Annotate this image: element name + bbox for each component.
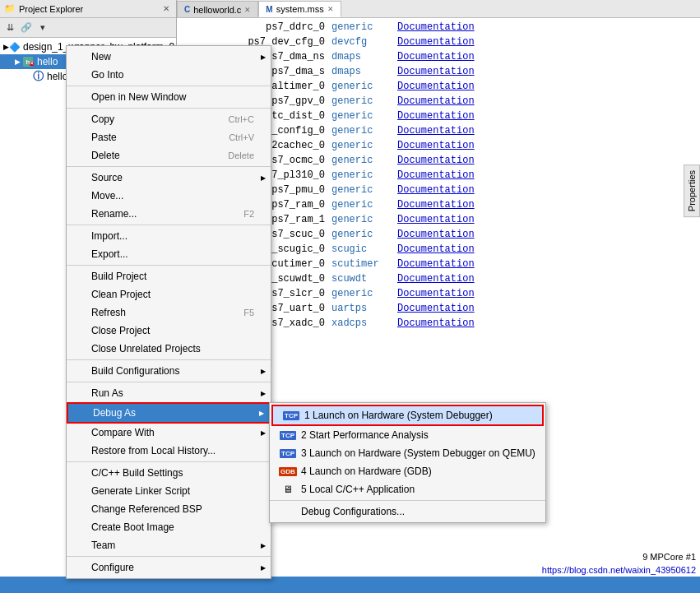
menu-item-close-project[interactable]: Close Project: [67, 322, 271, 340]
submenu-item-launch-hardware[interactable]: TCP1 Launch on Hardware (System Debugger…: [273, 406, 542, 424]
menu-item-icon-move: [73, 189, 88, 202]
main-container: 📁 Project Explorer ✕ ⇊ 🔗 ▾ ▶ 🔷 design_1_…: [0, 0, 700, 593]
menu-separator: [67, 382, 271, 382]
menu-item-delete[interactable]: DeleteDelete: [67, 146, 271, 164]
submenu-item-local-cpp[interactable]: 🖥5 Local C/C++ Application: [270, 480, 545, 498]
device-documentation-link[interactable]: Documentation: [397, 153, 475, 168]
menu-item-new[interactable]: New: [67, 48, 271, 66]
minimize-icon[interactable]: ✕: [160, 3, 172, 15]
menu-separator: [67, 166, 271, 167]
menu-item-change-referenced[interactable]: Change Referenced BSP: [67, 500, 271, 518]
menu-item-clean-project[interactable]: Clean Project: [67, 285, 271, 303]
panel-title: Project Explorer: [19, 4, 157, 14]
device-type: xadcps: [331, 316, 397, 331]
device-documentation-link[interactable]: Documentation: [397, 271, 475, 286]
submenu-item-launch-gdb[interactable]: GDB4 Launch on Hardware (GDB): [270, 462, 545, 480]
device-documentation-link[interactable]: Documentation: [397, 316, 475, 331]
device-type: generic: [331, 153, 397, 168]
menu-item-debug-as[interactable]: Debug As: [68, 404, 269, 422]
menu-item-icon-build-configurations: [73, 364, 88, 378]
menu-item-copy[interactable]: CopyCtrl+C: [67, 110, 271, 128]
menu-item-cpp-build-settings[interactable]: C/C++ Build Settings: [67, 464, 271, 482]
device-documentation-link[interactable]: Documentation: [397, 109, 475, 123]
menu-item-open-new-window[interactable]: Open in New Window: [67, 88, 271, 106]
menu-item-label-cpp-build-settings: C/C++ Build Settings: [91, 467, 183, 479]
device-type: devcfg: [331, 35, 397, 49]
menu-item-icon-configure: [73, 561, 88, 574]
menu-item-icon-open-new-window: [73, 90, 88, 104]
watermark-text: https://blog.csdn.net/waixin_43950612: [542, 565, 696, 575]
tab-system-mss[interactable]: M system.mss ✕: [258, 1, 341, 17]
menu-separator: [67, 359, 271, 360]
device-documentation-link[interactable]: Documentation: [397, 79, 475, 94]
menu-item-shortcut-rename: F2: [219, 209, 254, 219]
menu-item-import[interactable]: Import...: [67, 227, 271, 245]
device-documentation-link[interactable]: Documentation: [397, 183, 475, 197]
menu-item-label-import: Import...: [91, 230, 127, 242]
menu-item-refresh[interactable]: RefreshF5: [67, 303, 271, 322]
device-documentation-link[interactable]: Documentation: [397, 49, 475, 64]
menu-item-build-configurations[interactable]: Build Configurations: [67, 362, 271, 380]
menu-separator: [67, 556, 271, 557]
menu-item-compare-with[interactable]: Compare With: [67, 424, 271, 442]
device-type: generic: [331, 197, 397, 212]
device-type: generic: [331, 123, 397, 138]
menu-item-configure[interactable]: Configure: [67, 558, 271, 577]
tree-label-hello: hello: [37, 56, 58, 67]
device-documentation-link[interactable]: Documentation: [397, 242, 475, 257]
menu-separator: [67, 108, 271, 109]
submenu-item-start-performance[interactable]: TCP2 Start Performance Analysis: [270, 426, 545, 444]
tab-close-helloworld[interactable]: ✕: [244, 6, 251, 14]
device-documentation-link[interactable]: Documentation: [397, 227, 475, 242]
menu-item-export[interactable]: Export...: [67, 245, 271, 263]
device-documentation-link[interactable]: Documentation: [397, 20, 475, 35]
device-documentation-link[interactable]: Documentation: [397, 123, 475, 138]
device-documentation-link[interactable]: Documentation: [397, 64, 475, 79]
project-explorer-icon: 📁: [4, 3, 16, 14]
menu-item-icon-delete: [73, 149, 88, 162]
device-documentation-link[interactable]: Documentation: [397, 197, 475, 212]
device-documentation-link[interactable]: Documentation: [397, 94, 475, 109]
device-documentation-link[interactable]: Documentation: [397, 35, 475, 49]
menu-item-icon-clean-project: [73, 288, 88, 301]
properties-tab[interactable]: Properties: [684, 164, 700, 217]
device-documentation-link[interactable]: Documentation: [397, 168, 475, 183]
device-type: generic: [331, 183, 397, 197]
menu-item-icon-refresh: [73, 306, 88, 319]
menu-item-label-debug-as: Debug As: [93, 407, 136, 419]
menu-item-close-unrelated[interactable]: Close Unrelated Projects: [67, 340, 271, 358]
menu-item-move[interactable]: Move...: [67, 187, 271, 205]
device-documentation-link[interactable]: Documentation: [397, 286, 475, 301]
collapse-all-button[interactable]: ⇊: [2, 21, 17, 35]
menu-item-go-into[interactable]: Go Into: [67, 66, 271, 84]
menu-separator: [67, 265, 271, 266]
menu-item-icon-close-project: [73, 324, 88, 337]
menu-item-source[interactable]: Source: [67, 169, 271, 187]
editor-tabs: C helloworld.c ✕ M system.mss ✕: [177, 0, 700, 18]
device-documentation-link[interactable]: Documentation: [397, 212, 475, 227]
menu-item-paste[interactable]: PasteCtrl+V: [67, 128, 271, 146]
menu-item-restore-history[interactable]: Restore from Local History...: [67, 442, 271, 460]
submenu-item-debug-configurations[interactable]: Debug Configurations...: [270, 503, 545, 521]
status-bar: [0, 577, 700, 593]
menu-item-rename[interactable]: Rename...F2: [67, 205, 271, 223]
menu-item-shortcut-delete: Delete: [203, 151, 254, 160]
tab-close-system-mss[interactable]: ✕: [327, 5, 334, 13]
tab-helloworld-c[interactable]: C helloworld.c ✕: [177, 1, 258, 17]
device-documentation-link[interactable]: Documentation: [397, 301, 475, 316]
svg-text:✕: ✕: [30, 61, 34, 66]
menu-item-build-project[interactable]: Build Project: [67, 267, 271, 285]
menu-item-run-as[interactable]: Run As: [67, 384, 271, 402]
toolbar-menu-button[interactable]: ▾: [35, 21, 50, 35]
menu-item-icon-paste: [73, 131, 88, 144]
properties-label: Properties: [687, 170, 697, 211]
menu-item-create-boot-image[interactable]: Create Boot Image: [67, 518, 271, 536]
submenu-item-launch-qemu[interactable]: TCP3 Launch on Hardware (System Debugger…: [270, 444, 545, 462]
device-type: scugic: [331, 242, 397, 257]
device-documentation-link[interactable]: Documentation: [397, 138, 475, 153]
device-documentation-link[interactable]: Documentation: [397, 257, 475, 271]
menu-item-team[interactable]: Team: [67, 536, 271, 554]
link-editor-button[interactable]: 🔗: [19, 21, 34, 35]
menu-item-generate-linker[interactable]: Generate Linker Script: [67, 482, 271, 500]
device-type: generic: [331, 227, 397, 242]
